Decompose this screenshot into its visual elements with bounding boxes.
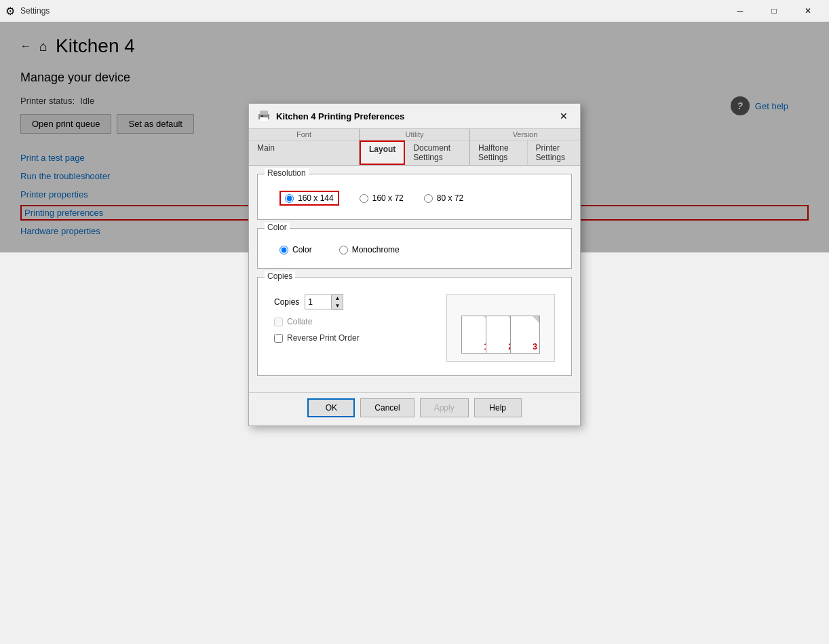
tab-layout[interactable]: Layout [360, 140, 405, 165]
tab-halftone-settings[interactable]: Halftone Settings [470, 140, 528, 165]
collate-checkbox[interactable] [274, 318, 283, 326]
printing-preferences-dialog: Kitchen 4 Printing Preferences ✕ Font Ma… [248, 103, 581, 426]
collate-label: Collate [287, 317, 312, 326]
minimize-button[interactable]: ─ [725, 0, 756, 22]
title-bar-title: Settings [20, 6, 50, 16]
resolution-label-3: 80 x 72 [437, 193, 463, 203]
resolution-options: 160 x 144 160 x 72 80 x 72 [266, 185, 563, 211]
dialog-close-button[interactable]: ✕ [556, 109, 572, 123]
copies-row: Copies ▲ ▼ [274, 294, 433, 310]
copies-input[interactable] [305, 295, 332, 309]
dialog-titlebar: Kitchen 4 Printing Preferences ✕ [249, 104, 580, 129]
tab-group-font: Font Main [249, 129, 360, 165]
color-radio-monochrome[interactable] [339, 246, 348, 254]
collate-option[interactable]: Collate [274, 317, 433, 326]
tab-printer-settings[interactable]: Printer Settings [528, 140, 580, 165]
page-corner-3 [533, 316, 539, 323]
resolution-radio-3[interactable] [424, 194, 433, 203]
reverse-label: Reverse Print Order [287, 333, 360, 343]
copies-section: Copies ▲ ▼ [266, 288, 563, 367]
color-radio-color[interactable] [279, 246, 288, 254]
tab-group-utility-label: Utility [360, 129, 469, 140]
color-group: Color Color Monochrome [257, 228, 572, 269]
color-option-monochrome[interactable]: Monochrome [339, 245, 400, 254]
svg-rect-1 [260, 111, 268, 115]
copies-increment-button[interactable]: ▲ [332, 295, 343, 302]
tab-main[interactable]: Main [249, 140, 283, 155]
tab-group-utility: Utility Layout Document Settings [360, 129, 470, 165]
copies-legend: Copies [265, 271, 295, 281]
resolution-group: Resolution 160 x 144 160 x 72 80 x 72 [257, 174, 572, 220]
settings-icon: ⚙ [5, 5, 15, 18]
tab-group-font-tabs: Main [249, 140, 359, 155]
resolution-label-2: 160 x 72 [372, 193, 404, 203]
title-bar-left: ⚙ Settings [5, 5, 50, 18]
resolution-legend: Resolution [265, 168, 309, 178]
copies-group: Copies Copies ▲ ▼ [257, 277, 572, 376]
main-content: ← ⌂ Kitchen 4 Manage your device Printer… [0, 22, 829, 252]
page-icon-3: 3 [510, 316, 540, 354]
tab-group-font-label: Font [249, 129, 359, 140]
tab-group-version-label: Version [470, 129, 580, 140]
color-legend: Color [265, 223, 290, 232]
title-bar-controls: ─ □ ✕ [725, 0, 824, 22]
ok-button[interactable]: OK [307, 398, 355, 417]
dialog-body: Resolution 160 x 144 160 x 72 80 x 72 [249, 166, 580, 392]
cancel-button[interactable]: Cancel [360, 398, 414, 417]
tab-document-settings[interactable]: Document Settings [405, 140, 469, 165]
copies-decrement-button[interactable]: ▼ [332, 302, 343, 309]
maximize-button[interactable]: □ [758, 0, 790, 22]
tab-group-version: Version Halftone Settings Printer Settin… [470, 129, 580, 165]
printer-icon [257, 111, 271, 121]
copies-label: Copies [274, 297, 299, 307]
svg-rect-2 [260, 117, 268, 121]
page-stack: 1 2 3 [461, 316, 540, 354]
resolution-radio-1[interactable] [285, 194, 294, 203]
color-label-color: Color [292, 245, 312, 254]
title-bar: ⚙ Settings ─ □ ✕ [0, 0, 829, 22]
copies-spinner: ▲ ▼ [332, 294, 343, 310]
dialog-footer: OK Cancel Apply Help [249, 392, 580, 425]
color-options: Color Monochrome [266, 240, 563, 260]
close-button[interactable]: ✕ [792, 0, 824, 22]
svg-rect-3 [261, 115, 263, 117]
reverse-option[interactable]: Reverse Print Order [274, 333, 433, 343]
dialog-tabs-row: Font Main Utility Layout Document Settin… [249, 129, 580, 166]
copies-left: Copies ▲ ▼ [274, 294, 433, 362]
apply-button[interactable]: Apply [420, 398, 469, 417]
copies-preview: 1 2 3 [446, 294, 555, 362]
resolution-option-3[interactable]: 80 x 72 [424, 193, 463, 203]
modal-overlay: Kitchen 4 Printing Preferences ✕ Font Ma… [0, 22, 829, 252]
reverse-checkbox[interactable] [274, 334, 283, 343]
resolution-option-1[interactable]: 160 x 144 [279, 191, 339, 206]
tab-group-utility-tabs: Layout Document Settings [360, 140, 469, 165]
resolution-option-2[interactable]: 160 x 72 [360, 193, 404, 203]
resolution-radio-2[interactable] [360, 194, 368, 203]
color-label-monochrome: Monochrome [352, 245, 400, 254]
dialog-title-text: Kitchen 4 Printing Preferences [276, 111, 404, 121]
resolution-label-1: 160 x 144 [298, 193, 334, 203]
color-option-color[interactable]: Color [279, 245, 312, 254]
tab-group-version-tabs: Halftone Settings Printer Settings [470, 140, 580, 165]
dialog-title-left: Kitchen 4 Printing Preferences [257, 111, 404, 121]
page-number-3: 3 [531, 341, 539, 353]
copies-input-wrap: ▲ ▼ [305, 294, 343, 310]
help-button[interactable]: Help [474, 398, 522, 417]
